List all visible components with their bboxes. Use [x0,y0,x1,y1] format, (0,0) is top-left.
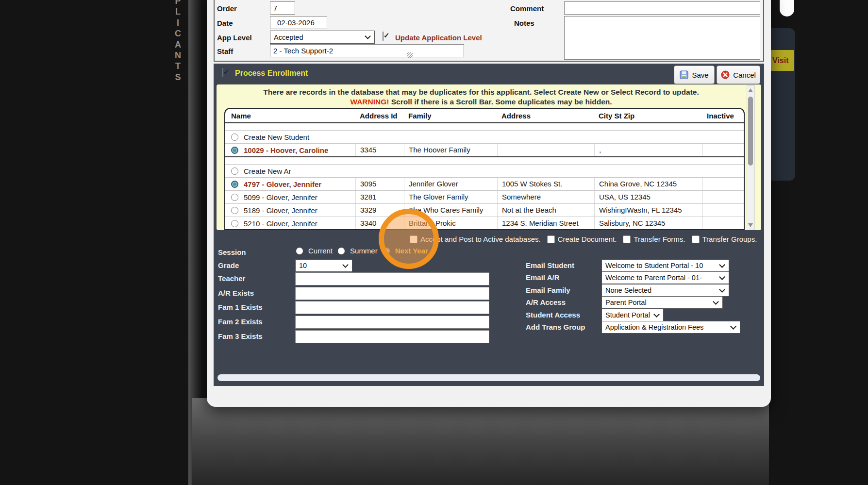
row-cell-address: 1005 W Stokes St. [497,178,594,190]
row-cell-city-st-zip: WishingIWasIn, FL 12345 [594,204,702,217]
staff-input[interactable] [270,44,464,57]
post-option-label: Transfer Groups. [702,235,757,243]
field-select-value: None Selected [605,286,651,294]
duplicate-row: Create New Ar [225,164,744,177]
save-button-label: Save [692,71,708,79]
field-input[interactable] [295,330,489,343]
order-input[interactable] [270,1,295,15]
field-select[interactable]: Application & Registration Fees [601,321,740,334]
comment-label: Comment [510,4,544,13]
field-label: Add Trans Group [526,323,585,331]
row-name: 10029 - Hoover, Caroline [244,146,328,154]
notes-textarea[interactable] [564,16,760,60]
row-name-cell[interactable]: 10029 - Hoover, Caroline [225,146,355,154]
row-cell-address [497,144,594,156]
row-radio[interactable] [231,220,238,227]
cancel-button-label: Cancel [733,71,756,79]
post-option-label: Accept and Post to Active databases. [420,235,541,243]
process-enrollment-checkbox[interactable] [222,68,223,77]
save-button[interactable]: Save [674,66,715,84]
screen: PLICANTS Visit Order Date App Level Acce… [0,0,868,485]
row-radio[interactable] [231,181,238,188]
row-cell-address: Not at the Beach [497,204,594,217]
row-cell-inactive [702,204,744,217]
post-option-checkbox[interactable] [410,235,417,243]
scrollbar-thumb[interactable] [780,0,794,17]
column-header: Family [404,112,497,120]
column-header: City St Zip [594,112,702,120]
app-level-select[interactable]: Accepted [270,31,375,44]
post-option-checkbox[interactable] [623,235,631,243]
scroll-down-arrow-icon[interactable] [748,223,753,227]
field-select[interactable]: Welcome to Student Portal - 10 [601,259,729,272]
horizontal-scrollbar-thumb[interactable] [217,374,760,381]
row-cell-address: 1234 S. Meridian Street [497,217,594,230]
post-option-label: Transfer Forms. [634,235,685,243]
field-select-value: Welcome to Student Portal - 10 [605,262,703,269]
update-app-level-checkbox[interactable] [383,32,384,41]
update-app-level-label: Update Application Level [395,33,482,42]
post-option-checkbox[interactable] [547,235,555,243]
session-radio[interactable] [338,248,345,254]
row-name-cell[interactable]: 5099 - Glover, Jennifer [225,193,355,201]
date-input[interactable] [270,16,327,29]
post-options-row: Accept and Post to Active databases.Crea… [410,235,757,243]
field-label: Student Access [526,311,580,319]
scroll-up-arrow-icon[interactable] [748,88,753,92]
post-option: Transfer Forms. [623,235,685,243]
field-label: A/R Access [526,298,566,306]
field-select[interactable]: Student Portal [601,309,664,321]
column-header: Inactive [702,112,744,120]
session-radio[interactable] [296,248,303,254]
field-select[interactable]: None Selected [601,284,729,297]
field-input[interactable] [295,316,489,329]
row-name-cell[interactable]: 5210 - Glover, Jennifer [225,219,355,228]
field-select[interactable]: Parent Portal [601,296,723,309]
visit-button[interactable]: Visit [767,50,794,71]
row-cell-inactive [702,191,744,203]
post-option-label: Create Document. [558,235,617,243]
field-input[interactable] [295,301,489,314]
field-input[interactable] [295,287,489,300]
duplicates-notice-line1: There are records in the database that m… [217,88,746,97]
chevron-down-icon [653,311,660,318]
field-label: Fam 3 Exists [218,332,263,340]
row-radio[interactable] [231,207,238,214]
field-label: Grade [218,261,239,269]
session-option-label: Next Year [395,247,428,255]
field-input[interactable] [295,272,489,285]
row-radio[interactable] [231,134,238,141]
row-radio[interactable] [231,147,238,154]
chevron-down-icon [719,262,725,268]
duplicate-row: 5189 - Glover, Jennifer3329The Who Cares… [225,203,744,217]
row-radio[interactable] [231,194,238,201]
post-option-checkbox[interactable] [692,235,700,243]
session-label: Session [218,248,246,256]
field-label: Fam 2 Exists [218,318,263,326]
session-option-label: Summer [350,247,378,255]
field-select[interactable]: Welcome to Parent Portal - 01- [601,271,729,284]
chevron-down-icon [342,262,349,268]
grade-select[interactable]: 10 [295,259,352,272]
duplicates-scrollbar-thumb[interactable] [748,97,753,166]
create-new-option[interactable]: Create New Ar [225,167,744,175]
create-new-option[interactable]: Create New Student [225,133,744,141]
row-cell-family: The Glover Family [404,191,497,203]
textarea-resize-grip[interactable] [407,52,413,58]
row-cell-address-id: 3281 [355,191,404,203]
cancel-button[interactable]: Cancel [717,66,760,84]
duplicate-row: 10029 - Hoover, Caroline3345The Hoover F… [225,143,744,157]
field-label: Fam 1 Exists [218,303,263,311]
row-name-cell[interactable]: 5189 - Glover, Jennifer [225,206,355,215]
applicants-vertical-tab[interactable]: PLICANTS [169,0,187,83]
row-name: 5210 - Glover, Jennifer [244,219,317,228]
row-cell-city-st-zip: USA, US 12345 [594,191,702,203]
comment-input[interactable] [564,1,760,15]
session-radio[interactable] [383,248,390,254]
row-cell-inactive [702,217,744,230]
order-label: Order [217,4,237,13]
field-select-value: Parent Portal [605,299,647,306]
row-cell-address-id: 3095 [355,178,404,190]
row-radio[interactable] [231,167,238,175]
row-name-cell[interactable]: 4797 - Glover, Jennifer [225,180,355,188]
